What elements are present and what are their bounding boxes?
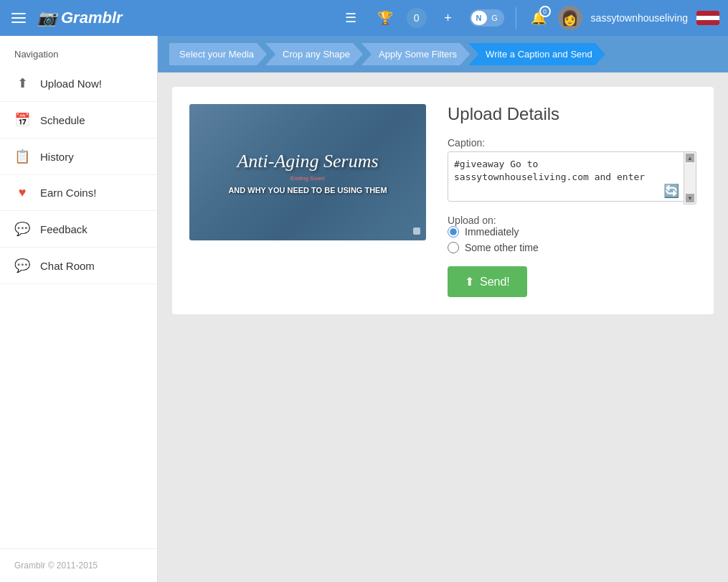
image-preview: Anti-Aging Serums Ending Soon! AND WHY Y… (189, 104, 426, 240)
sidebar-label-upload-now: Upload Now! (40, 78, 102, 90)
radio-some-other-time[interactable]: Some other time (448, 242, 696, 253)
add-icon[interactable]: + (435, 5, 461, 31)
sidebar-label-earn-coins: Earn Coins! (40, 187, 96, 199)
upload-title: Upload Details (448, 104, 696, 124)
content-area: Anti-Aging Serums Ending Soon! AND WHY Y… (158, 72, 728, 582)
app-logo[interactable]: 📷 Gramblr (37, 9, 123, 27)
sidebar-label-feedback: Feedback (40, 223, 88, 235)
hamburger-menu[interactable] (9, 10, 29, 26)
sidebar-item-feedback[interactable]: 💬 Feedback (0, 211, 157, 248)
flag-icon[interactable] (696, 11, 719, 25)
notification-bell[interactable]: 🔔 0 (528, 7, 549, 29)
upload-card: Anti-Aging Serums Ending Soon! AND WHY Y… (172, 87, 714, 314)
header-divider (516, 7, 516, 29)
caption-wrap: 🔄 ▲ ▼ (448, 151, 696, 205)
sidebar-item-upload-now[interactable]: ⬆ Upload Now! (0, 65, 157, 102)
upload-on-section: Upload on: Immediately Some other time (448, 215, 696, 253)
heart-icon: ♥ (14, 185, 30, 200)
toggle-n: N (471, 11, 487, 25)
caption-label: Caption: (448, 137, 696, 149)
step-apply-filters[interactable]: Apply Some Filters (361, 43, 470, 65)
radio-some-other-time-input[interactable] (448, 242, 459, 253)
caption-textarea[interactable] (448, 151, 696, 202)
preview-title: Anti-Aging Serums (237, 150, 378, 172)
counter-badge[interactable]: 0 (407, 8, 427, 28)
username-label[interactable]: sassytownhouseliving (591, 12, 688, 24)
app-layout: Navigation ⬆ Upload Now! 📅 Schedule 📋 Hi… (0, 36, 728, 582)
sidebar-label-chat-room: Chat Room (40, 260, 95, 272)
upload-on-label: Upload on: (448, 215, 696, 226)
chat-icon: 💬 (14, 258, 30, 273)
send-button-label: Send! (480, 276, 510, 288)
history-icon: 📋 (14, 149, 30, 164)
steps-bar: Select your Media Crop any Shape Apply S… (158, 36, 728, 72)
scroll-up-btn[interactable]: ▲ (686, 154, 694, 162)
emoji-icon[interactable]: 🔄 (663, 183, 679, 199)
avatar[interactable]: 👩 (558, 6, 582, 30)
sidebar-item-history[interactable]: 📋 History (0, 139, 157, 175)
sidebar: Navigation ⬆ Upload Now! 📅 Schedule 📋 Hi… (0, 36, 158, 582)
send-button[interactable]: ⬆ Send! (448, 266, 527, 297)
preview-dot (413, 227, 420, 235)
calendar-icon: 📅 (14, 112, 30, 128)
nav-label: Navigation (0, 36, 157, 65)
radio-immediately-label: Immediately (465, 226, 519, 238)
notification-count: 0 (539, 6, 551, 17)
upload-form: Upload Details Caption: 🔄 ▲ ▼ (448, 104, 696, 297)
sidebar-label-schedule: Schedule (40, 114, 85, 126)
avatar-image: 👩 (561, 9, 579, 27)
sidebar-item-chat-room[interactable]: 💬 Chat Room (0, 248, 157, 284)
radio-some-other-time-label: Some other time (465, 242, 539, 253)
preview-overlay: Anti-Aging Serums Ending Soon! AND WHY Y… (189, 104, 426, 240)
camera-icon: 📷 (37, 9, 57, 27)
preview-body: AND WHY YOU NEED TO BE USING THEM (228, 186, 387, 194)
sidebar-label-history: History (40, 151, 74, 163)
menu-icon[interactable]: ☰ (338, 5, 364, 31)
gold-icon[interactable]: 🏆 (372, 5, 398, 31)
step-crop-shape[interactable]: Crop any Shape (265, 43, 363, 65)
scroll-down-btn[interactable]: ▼ (686, 194, 694, 202)
radio-immediately[interactable]: Immediately (448, 226, 696, 238)
send-icon: ⬆ (465, 275, 474, 288)
preview-subtitle: Ending Soon! (290, 175, 325, 182)
sidebar-item-schedule[interactable]: 📅 Schedule (0, 102, 157, 139)
sidebar-footer: Gramblr © 2011-2015 (0, 548, 157, 582)
step-select-media[interactable]: Select your Media (169, 43, 267, 65)
upload-radio-group: Immediately Some other time (448, 226, 696, 253)
radio-immediately-input[interactable] (448, 226, 459, 238)
caption-section: Caption: 🔄 ▲ ▼ (448, 137, 696, 205)
step-caption-send[interactable]: Write a Caption and Send (468, 43, 605, 65)
caption-scrollbar[interactable]: ▲ ▼ (684, 151, 696, 205)
mode-toggle[interactable]: N G (470, 9, 504, 27)
sidebar-item-earn-coins[interactable]: ♥ Earn Coins! (0, 175, 157, 211)
logo-text: Gramblr (61, 9, 123, 27)
upload-icon: ⬆ (14, 75, 30, 91)
main-content: Select your Media Crop any Shape Apply S… (158, 36, 728, 582)
app-header: 📷 Gramblr ☰ 🏆 0 + N G 🔔 0 👩 sassytownhou… (0, 0, 728, 36)
feedback-icon: 💬 (14, 221, 30, 237)
toggle-g: G (487, 11, 503, 25)
